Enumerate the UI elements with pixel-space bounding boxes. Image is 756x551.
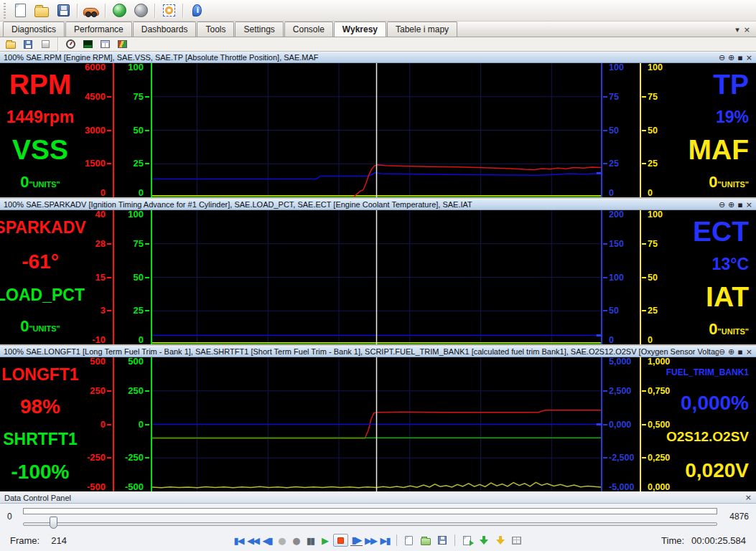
- close-icon[interactable]: ×: [746, 54, 752, 62]
- tab-settings[interactable]: Settings: [235, 22, 283, 37]
- axis-tick-label: 25: [609, 159, 619, 168]
- time-value: 00:00:25.584: [691, 535, 746, 546]
- axis-tick-label: 0: [139, 189, 144, 197]
- main-toolbar: [0, 0, 756, 22]
- tab-performance[interactable]: Performance: [65, 22, 132, 37]
- close-icon[interactable]: ×: [746, 201, 752, 209]
- calibrate-button[interactable]: [158, 1, 179, 20]
- stop-button[interactable]: [333, 534, 348, 547]
- axis-tick-label: 75: [134, 93, 144, 101]
- step-forward-button[interactable]: ▮▶: [350, 534, 363, 546]
- progress-bar: [23, 508, 717, 514]
- snapshot-button[interactable]: [37, 38, 53, 50]
- slider-thumb[interactable]: [50, 517, 57, 529]
- axis-tick-label: 15: [95, 273, 106, 282]
- axis-tick-label: 100: [128, 210, 144, 219]
- open-file-button[interactable]: [31, 1, 52, 20]
- axis-tick-label: 6000: [85, 63, 106, 72]
- axis-tick-label: 100: [128, 63, 144, 72]
- shrtft1-label: SHRTFT1: [3, 431, 78, 448]
- skip-start-button[interactable]: ▮◀: [233, 535, 245, 546]
- record-off-button[interactable]: ●: [276, 535, 288, 546]
- record-button[interactable]: ●: [290, 535, 302, 546]
- shrtft1-value: -100%: [11, 462, 70, 483]
- time-group: Time: 00:00:25.584: [588, 535, 746, 546]
- tab-diagnostics[interactable]: Diagnostics: [3, 22, 65, 37]
- connect-button[interactable]: [108, 1, 130, 20]
- plot-area[interactable]: [152, 63, 601, 197]
- data-control-panel-header[interactable]: Data Control Panel ×: [0, 491, 756, 504]
- axis-tick-label: 0: [101, 420, 106, 429]
- tab-close-icon[interactable]: ×: [744, 25, 750, 34]
- step-back-button[interactable]: ◀▮: [261, 535, 274, 546]
- axis-tick-label: 75: [609, 93, 619, 101]
- slider-max-label: 4876: [724, 512, 749, 522]
- toolbar-separator: [77, 4, 78, 18]
- tab-wykresy[interactable]: Wykresy: [334, 22, 386, 37]
- panel-header[interactable]: 100% SAE.SPARKADV [Ignition Timing Advan…: [0, 199, 756, 210]
- axis-tick-label: 25: [134, 306, 144, 315]
- export-data-button[interactable]: [460, 534, 475, 547]
- info-button[interactable]: [186, 1, 207, 20]
- tab-bar: DiagnosticsPerformanceDashboardsToolsSet…: [0, 22, 756, 37]
- zoom-in-icon[interactable]: ⊕: [728, 54, 734, 62]
- dock-icon[interactable]: ▪: [737, 54, 742, 62]
- fast-forward-button[interactable]: ▶▶: [365, 535, 377, 546]
- panel-header[interactable]: 100% SAE.RPM [Engine RPM], SAE.VSS, SAE.…: [0, 52, 756, 63]
- save-log-button[interactable]: [435, 534, 449, 547]
- graph-panel: 100% SAE.LONGFT1 [Long Term Fuel Trim - …: [0, 346, 756, 491]
- toolbar-grip[interactable]: [4, 3, 6, 19]
- dock-icon[interactable]: ▪: [737, 348, 742, 356]
- import-yellow-button[interactable]: [493, 534, 508, 547]
- table-view-button[interactable]: [97, 38, 113, 50]
- tab-menu-icon[interactable]: ▾: [735, 25, 739, 34]
- panel-header-icons: ⊖⊕▪×: [719, 201, 752, 209]
- open-graph-button[interactable]: [3, 38, 19, 50]
- save-button[interactable]: [52, 1, 74, 20]
- dock-icon[interactable]: ▪: [737, 201, 742, 209]
- load-pct-label: LOAD_PCT: [0, 287, 85, 303]
- map-view-button[interactable]: [114, 38, 130, 50]
- axis-tick-label: 1,000: [648, 357, 670, 366]
- new-file-icon: [15, 4, 26, 17]
- zoom-in-icon[interactable]: ⊕: [728, 201, 734, 209]
- panel-header[interactable]: 100% SAE.LONGFT1 [Long Term Fuel Trim - …: [0, 346, 756, 357]
- zoom-out-icon[interactable]: ⊖: [719, 201, 725, 209]
- import-green-button[interactable]: [477, 534, 491, 547]
- plot-area[interactable]: [152, 357, 601, 491]
- axis-tick-label: 0,500: [648, 420, 670, 429]
- axis-tick-label: 100: [609, 63, 624, 72]
- collapse-panel-icon[interactable]: ×: [745, 493, 752, 502]
- load-pct-value: 0"UNITS": [20, 319, 60, 334]
- vehicle-button[interactable]: [80, 1, 102, 20]
- zoom-out-icon[interactable]: ⊖: [719, 348, 725, 356]
- new-file-button[interactable]: [9, 1, 31, 20]
- close-icon[interactable]: ×: [746, 348, 752, 356]
- disconnect-button[interactable]: [130, 1, 151, 20]
- save-graph-button[interactable]: [20, 38, 36, 50]
- skip-end-button[interactable]: ▶▮: [379, 535, 391, 546]
- frame-slider[interactable]: [23, 517, 717, 529]
- pause-button[interactable]: ▮▮: [304, 535, 317, 546]
- new-log-button[interactable]: [402, 534, 416, 547]
- app-window: DiagnosticsPerformanceDashboardsToolsSet…: [0, 0, 756, 551]
- cube-icon: [42, 40, 50, 48]
- grid-view-button[interactable]: [510, 534, 524, 547]
- sparkadv-label: SPARKADV: [0, 220, 86, 236]
- axis-tick-label: 100: [648, 63, 663, 72]
- save-icon: [24, 40, 32, 49]
- graph-view-button[interactable]: [80, 38, 95, 50]
- play-button[interactable]: ▶: [319, 535, 331, 546]
- tab-tools[interactable]: Tools: [197, 22, 234, 37]
- rewind-button[interactable]: ◀◀: [247, 535, 259, 546]
- tab-console[interactable]: Console: [284, 22, 333, 37]
- open-log-button[interactable]: [419, 534, 433, 547]
- panel-left-labels: SPARKADV-61°LOAD_PCT0"UNITS": [0, 210, 80, 344]
- tab-tabele-i-mapy[interactable]: Tabele i mapy: [387, 22, 457, 37]
- zoom-out-icon[interactable]: ⊖: [719, 54, 725, 62]
- tab-dashboards[interactable]: Dashboards: [133, 22, 197, 37]
- zoom-in-icon[interactable]: ⊕: [728, 348, 734, 356]
- longft1-axis: 5002500-250-500: [80, 357, 114, 491]
- gauge-view-button[interactable]: [62, 38, 78, 50]
- plot-area[interactable]: [152, 210, 601, 344]
